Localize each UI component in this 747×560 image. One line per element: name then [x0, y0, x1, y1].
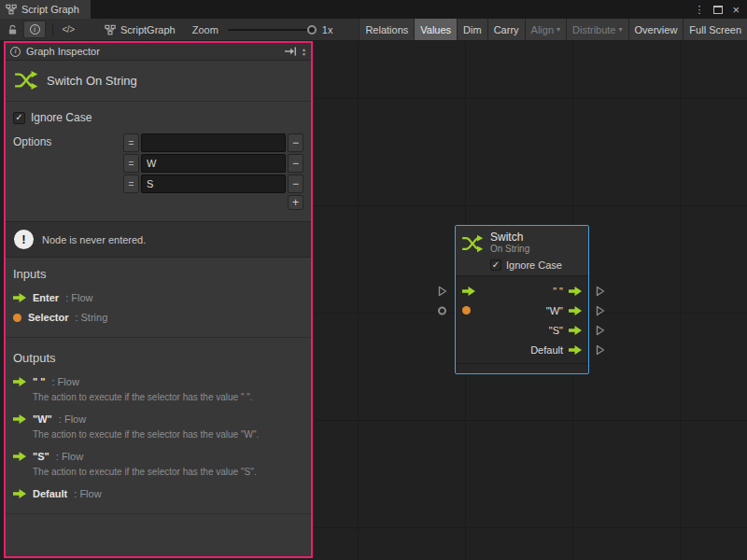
option-row: = − — [123, 154, 303, 173]
node-header[interactable]: Switch On String ✓ Ignore Case — [456, 226, 588, 275]
output-connector-icon[interactable] — [596, 344, 605, 356]
drag-handle-icon[interactable]: = — [123, 175, 139, 193]
option-value-input[interactable] — [141, 133, 286, 152]
arrow-down-icon: ▼ — [302, 52, 306, 56]
add-option-button[interactable]: + — [288, 195, 303, 210]
title-bar: Script Graph ⋮ × — [0, 0, 747, 19]
outputs-heading: Outputs — [13, 351, 303, 365]
zoom-slider[interactable] — [228, 29, 314, 31]
port-name: Selector — [28, 312, 68, 323]
switch-icon — [14, 70, 38, 91]
drag-handle-icon[interactable]: = — [123, 133, 139, 152]
node-footer — [456, 363, 588, 373]
node-subtitle: On String — [490, 244, 529, 255]
output-port-label: Default — [530, 344, 563, 356]
distribute-button-label: Distribute — [572, 24, 615, 35]
script-graph-tab-icon — [6, 4, 17, 15]
option-value-input[interactable] — [141, 175, 286, 193]
zoom-value: 1x — [322, 24, 333, 35]
align-button[interactable]: Align ▾ — [525, 19, 566, 40]
port-type: : Flow — [56, 451, 83, 462]
fullscreen-button[interactable]: Full Screen — [683, 19, 747, 40]
port-type: : Flow — [65, 292, 92, 303]
remove-option-button[interactable]: − — [288, 154, 303, 173]
port-name: Default — [33, 488, 67, 499]
overview-button[interactable]: Overview — [628, 19, 684, 40]
output-connector-icon[interactable] — [596, 325, 605, 336]
goto-node-icon[interactable] — [285, 47, 296, 56]
port-type: : Flow — [52, 376, 79, 387]
graph-canvas[interactable]: Switch On String ✓ Ignore Case " " "W" — [315, 41, 747, 560]
graph-breadcrumb[interactable]: ScriptGraph — [105, 24, 176, 35]
menu-icon[interactable]: ⋮ — [694, 5, 704, 15]
zoom-slider-knob[interactable] — [307, 25, 317, 35]
ignore-case-checkbox[interactable]: ✓ — [13, 112, 25, 124]
check-icon: ✓ — [492, 260, 500, 270]
inspector-toggle-button[interactable]: i — [23, 21, 46, 38]
node-ignore-case-label: Ignore Case — [506, 259, 562, 271]
inputs-heading: Inputs — [13, 267, 303, 281]
port-name: Enter — [33, 292, 59, 303]
port-type: : Flow — [59, 413, 86, 425]
option-value-input[interactable] — [141, 154, 286, 173]
align-button-label: Align — [531, 24, 554, 35]
chevron-down-icon: ▾ — [557, 25, 560, 34]
node-ports: " " "W" "S" Default — [456, 275, 588, 363]
info-icon: i — [10, 47, 21, 57]
code-icon[interactable]: </> — [60, 21, 77, 39]
flow-arrow-icon[interactable] — [569, 306, 582, 315]
input-connector-icon[interactable] — [438, 306, 446, 315]
input-connector-icon[interactable] — [438, 286, 447, 297]
values-button[interactable]: Values — [414, 19, 457, 40]
output-connector-icon[interactable] — [596, 286, 605, 297]
arrow-up-icon: ▲ — [302, 48, 306, 51]
divider — [6, 337, 311, 338]
toolbar-buttons: Relations Values Dim Carry Align ▾ Distr… — [359, 19, 747, 40]
remove-option-button[interactable]: − — [288, 175, 303, 193]
inputs-section: Inputs Enter : Flow Selector : String — [13, 258, 303, 333]
port-description: The action to execute if the selector ha… — [33, 391, 303, 404]
flow-arrow-icon[interactable] — [569, 326, 582, 335]
drag-handle-icon[interactable]: = — [123, 154, 139, 173]
check-icon: ✓ — [15, 113, 22, 122]
inspector-title: Graph Inspector — [26, 46, 100, 57]
scroll-arrows-icon[interactable]: ▲ ▼ — [302, 48, 306, 56]
enter-port-icon[interactable] — [462, 287, 475, 296]
options-label: Options — [13, 133, 123, 148]
info-icon: i — [30, 24, 40, 35]
lock-icon[interactable] — [4, 21, 21, 39]
output-port-label: "W" — [546, 305, 563, 316]
output-port-row: Default : Flow — [13, 488, 303, 499]
port-row: Default — [456, 340, 588, 359]
flow-arrow-icon — [13, 293, 26, 302]
outputs-section: Outputs " " : Flow The action to execute… — [13, 342, 303, 510]
output-port-label: "S" — [549, 325, 563, 336]
flow-arrow-icon[interactable] — [569, 287, 582, 296]
option-row: = − — [123, 133, 303, 152]
divider — [6, 513, 311, 514]
maximize-icon[interactable] — [713, 6, 723, 14]
node-ignore-case-checkbox[interactable]: ✓ — [490, 259, 501, 271]
value-port-icon — [13, 314, 21, 322]
tab-script-graph[interactable]: Script Graph — [0, 0, 91, 19]
flow-arrow-icon[interactable] — [569, 345, 582, 355]
inspector-body: ✓ Ignore Case Options = − = − = — [6, 102, 311, 556]
distribute-button[interactable]: Distribute ▾ — [566, 19, 627, 40]
remove-option-button[interactable]: − — [288, 133, 303, 152]
selector-port-icon[interactable] — [462, 306, 471, 315]
window-controls: ⋮ × — [694, 0, 747, 19]
option-row: = − — [123, 175, 303, 193]
switch-node[interactable]: Switch On String ✓ Ignore Case " " "W" — [455, 225, 589, 374]
relations-button[interactable]: Relations — [359, 19, 414, 40]
port-type: : String — [75, 312, 107, 323]
port-description: The action to execute if the selector ha… — [33, 466, 303, 479]
port-row: " " — [456, 281, 588, 301]
carry-button[interactable]: Carry — [487, 19, 525, 40]
close-icon[interactable]: × — [732, 4, 740, 16]
dim-button[interactable]: Dim — [457, 19, 487, 40]
options-list: = − = − = − + — [123, 133, 303, 210]
output-connector-icon[interactable] — [596, 305, 605, 316]
port-name: "W" — [33, 413, 52, 425]
warning-box: ! Node is never entered. — [6, 221, 311, 258]
graph-name: ScriptGraph — [120, 24, 176, 35]
